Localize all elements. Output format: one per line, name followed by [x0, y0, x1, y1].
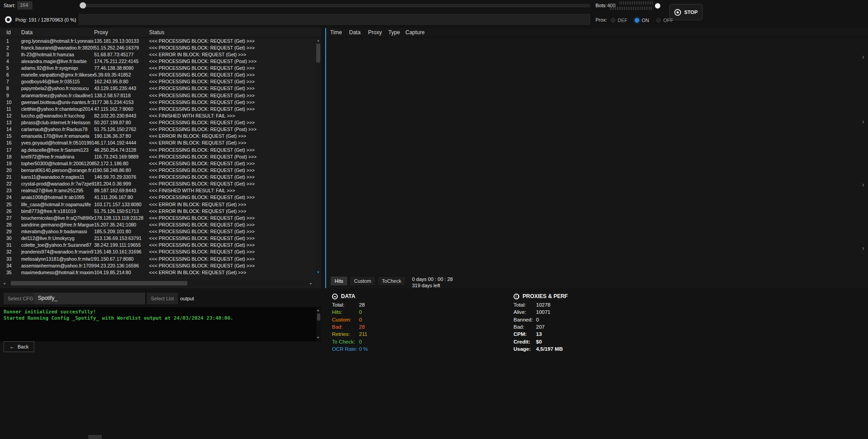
row-proxy: 51.68.87.73:45177: [94, 52, 149, 57]
table-row[interactable]: 16 yves.goyaud@hotmail.fr:05101991 46.17…: [0, 140, 315, 146]
table-row[interactable]: 33 melissalynn13181@yahoo.fr:mlw19 91.15…: [0, 255, 315, 262]
col-data[interactable]: Data: [349, 29, 368, 36]
table-row[interactable]: 35 maximedumess@hotmail.fr:maxime 104.19…: [0, 269, 315, 276]
table-row[interactable]: 31 colette_toe@yahoo.fr:Suzanne87 38.242…: [0, 242, 315, 249]
start-slider-thumb[interactable]: [80, 2, 86, 9]
row-proxy: 82.102.20.230:8443: [94, 113, 149, 118]
bots-slider[interactable]: [620, 1, 659, 11]
table-row[interactable]: 8 papymbela2@yahoo.fr:nizosucu 43.129.19…: [0, 85, 315, 92]
row-proxy: 77.46.138.38:8080: [94, 65, 149, 71]
row-id: 26: [6, 208, 21, 214]
table-row[interactable]: 13 pbrass@club-internet.fr:Herisson 50.2…: [0, 119, 315, 126]
row-id: 20: [6, 167, 21, 173]
table-row[interactable]: 29 mkerabm@yahoo.fr:badamassi 185.5.209.…: [0, 228, 315, 235]
table-row[interactable]: 18 krel972@free.fr:madinina 116.73.243.1…: [0, 153, 315, 160]
row-status: <<< PROCESSING BLOCK: REQUEST (Get) >>>: [149, 147, 315, 153]
proxy-mode-off[interactable]: OFF: [656, 18, 673, 23]
bots-slider-thumb[interactable]: [655, 3, 660, 9]
table-row[interactable]: 34 assemianhermann@yahoo.fr:17091! 94.23…: [0, 262, 315, 269]
row-data: franck.baurand@wanadoo.fr:38209': [21, 45, 94, 50]
table-row[interactable]: 19 topher50300@hotmail.fr:20061208 52.17…: [0, 160, 315, 167]
start-input[interactable]: 164: [17, 1, 32, 9]
table-row[interactable]: 26 bim8773@free.fr:s181019 51.75.126.150…: [0, 208, 315, 214]
col-proxy[interactable]: Proxy: [94, 29, 149, 36]
table-row[interactable]: 23 realma27@live.fr:amn251295 89.187.162…: [0, 187, 315, 194]
tab-tocheck[interactable]: ToCheck: [377, 276, 406, 286]
results-vscrollbar[interactable]: [315, 37, 321, 275]
col-data[interactable]: Data: [21, 29, 94, 36]
results-rows: 1 greg.lyonnais@hotmail.fr:Lyonnais1 135…: [0, 37, 315, 276]
col-proxy[interactable]: Proxy: [368, 29, 388, 36]
row-data: luccho.g@wanadoo.fr:lucchog: [21, 113, 94, 118]
panel-expander-icon[interactable]: [862, 118, 864, 125]
row-id: 30: [6, 235, 21, 241]
col-id[interactable]: Id: [6, 29, 21, 36]
tab-hits[interactable]: Hits: [330, 276, 348, 286]
panel-expander-icon[interactable]: [862, 244, 864, 252]
table-row[interactable]: 25 life_casa@hotmail.fr:oapamazlife 103.…: [0, 201, 315, 208]
table-row[interactable]: 6 marielle.vanpatton@gmx.fr:ilikesex 5.3…: [0, 72, 315, 78]
panel-expander-icon[interactable]: [862, 53, 864, 60]
table-row[interactable]: 10 gwenael.biotteau@univ-nantes.fr:3( 17…: [0, 99, 315, 105]
hscroll-thumb[interactable]: [11, 281, 187, 285]
table-row[interactable]: 4 alexandra.magie@live.fr:barbie 174.75.…: [0, 58, 315, 64]
table-row[interactable]: 24 anais1008@hotmail.fr:ab1095 41.111.20…: [0, 194, 315, 201]
proxy-mode-def[interactable]: DEF: [611, 18, 627, 23]
select-cfg-button[interactable]: Select CFG: [4, 293, 37, 304]
row-proxy: 146.59.70.29:33076: [94, 174, 149, 180]
row-data: lh-23@hotmail.fr:hamzaa: [21, 52, 94, 57]
table-row[interactable]: 11 cletthie@yahoo.fr:chanteloup2014 47.1…: [0, 105, 315, 112]
log-scrollbar[interactable]: [316, 308, 321, 340]
stat-label: Credit:: [514, 339, 536, 344]
progress-bar: [79, 14, 590, 25]
table-row[interactable]: 9 arianmartinez@yahoo.fr:claudine1 138.2…: [0, 92, 315, 99]
col-time[interactable]: Time: [330, 29, 349, 36]
table-row[interactable]: 22 crystal-prod@wanadoo.fr:7w7zpe9 181.2…: [0, 181, 315, 187]
scroll-down-icon[interactable]: [317, 336, 319, 339]
scroll-up-icon[interactable]: [317, 39, 320, 42]
table-row[interactable]: 30 del112@live.fr:Umokycyg 213.136.69.15…: [0, 235, 315, 242]
table-row[interactable]: 1 greg.lyonnais@hotmail.fr:Lyonnais1 135…: [0, 37, 315, 44]
table-row[interactable]: 15 emanuela.170@live.fr:emanuela 190.136…: [0, 133, 315, 140]
select-list-button[interactable]: Select List: [147, 293, 178, 304]
results-hscrollbar[interactable]: [1, 280, 314, 287]
row-data: anais1008@hotmail.fr:ab1095: [21, 195, 94, 200]
table-row[interactable]: 2 franck.baurand@wanadoo.fr:38209' 51.15…: [0, 44, 315, 51]
stat-value: 10071: [536, 309, 550, 315]
tab-custom[interactable]: Custom: [350, 276, 376, 286]
scroll-right-icon[interactable]: [309, 282, 313, 285]
table-row[interactable]: 21 kans11@wanadoo.fr:eagles11 146.59.70.…: [0, 174, 315, 181]
row-proxy: 52.172.1.186:80: [94, 161, 149, 166]
radio-icon: [656, 18, 661, 23]
row-proxy: 190.58.248.86:80: [94, 167, 149, 173]
row-proxy: 89.187.162.69:8443: [94, 188, 149, 193]
table-row[interactable]: 5 adams.92@live.fr:syqyniqo 77.46.138.38…: [0, 65, 315, 72]
table-row[interactable]: 7 goodboys46@live.fr:035115 162.243.95.8…: [0, 78, 315, 85]
table-row[interactable]: 32 jeandenis974@wanadoo.fr:marin97 135.1…: [0, 249, 315, 255]
row-proxy: 174.75.211.222:4145: [94, 59, 149, 64]
page-hscroll-thumb[interactable]: [88, 435, 102, 439]
scroll-left-icon[interactable]: [3, 282, 6, 285]
bots-label: Bots:: [595, 3, 607, 8]
vscroll-thumb[interactable]: [316, 44, 320, 63]
table-row[interactable]: 28 sandrine.germano@free.fr:Margueri 15.…: [0, 221, 315, 228]
col-status[interactable]: Status: [149, 29, 321, 36]
table-row[interactable]: 20 bernard06140.pierson@orange.fr:& 190.…: [0, 167, 315, 173]
panel-expander-icon[interactable]: [862, 181, 864, 188]
scroll-up-icon[interactable]: [317, 309, 319, 312]
log-scroll-thumb[interactable]: [317, 313, 320, 321]
table-row[interactable]: 3 lh-23@hotmail.fr:hamzaa 51.68.87.73:45…: [0, 51, 315, 58]
table-row[interactable]: 12 luccho.g@wanadoo.fr:lucchog 82.102.20…: [0, 112, 315, 119]
scroll-down-icon[interactable]: [317, 271, 320, 274]
start-slider[interactable]: [79, 1, 590, 9]
table-row[interactable]: 27 bouchernicolas@live.fr:aQ7hi89I0o1 17…: [0, 214, 315, 221]
stat-value: 0: [536, 317, 539, 322]
back-button[interactable]: Back: [4, 341, 34, 352]
col-type[interactable]: Type: [388, 29, 405, 36]
row-id: 29: [6, 229, 21, 234]
proxy-mode-on[interactable]: ON: [635, 18, 649, 23]
table-row[interactable]: 17 ag.delacelle@free.fr:Sansmi123 46.250…: [0, 146, 315, 153]
table-row[interactable]: 14 carlarnault@yahoo.fr:Rackus78 51.75.1…: [0, 126, 315, 133]
col-capture[interactable]: Capture: [405, 29, 868, 36]
config-name-input[interactable]: Spotify_: [34, 293, 145, 304]
